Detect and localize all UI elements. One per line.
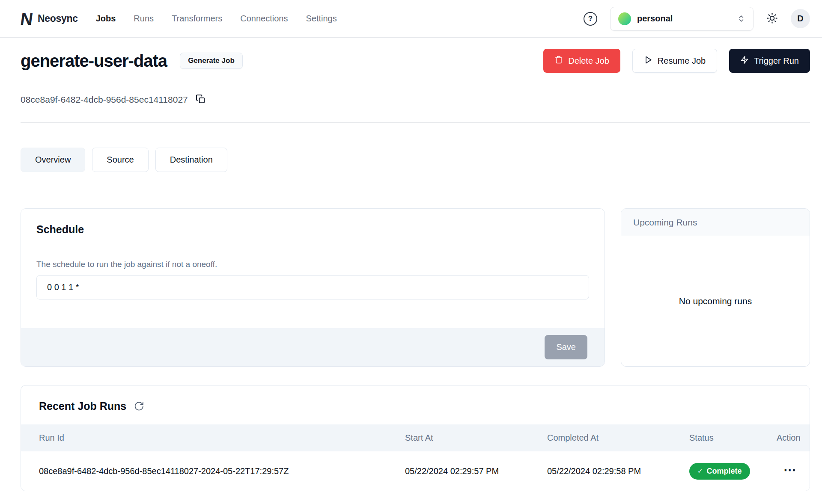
schedule-title: Schedule bbox=[36, 223, 589, 236]
help-button[interactable]: ? bbox=[584, 12, 597, 26]
nav-item-transformers[interactable]: Transformers bbox=[172, 14, 222, 24]
table-row[interactable]: 08ce8a9f-6482-4dcb-956d-85ec14118027-202… bbox=[21, 451, 810, 491]
nav-item-runs[interactable]: Runs bbox=[134, 14, 154, 24]
schedule-footer: Save bbox=[21, 328, 605, 366]
upcoming-runs-card: Upcoming Runs No upcoming runs bbox=[621, 208, 810, 367]
workspace-avatar bbox=[618, 12, 631, 25]
job-id-row: 08ce8a9f-6482-4dcb-956d-85ec14118027 bbox=[21, 94, 810, 105]
recent-runs-title-row: Recent Job Runs bbox=[21, 385, 810, 412]
check-icon: ✓ bbox=[697, 467, 703, 475]
top-nav: N Neosync Jobs Runs Transformers Connect… bbox=[0, 0, 822, 38]
main-content: generate-user-data Generate Job Delete J… bbox=[0, 38, 822, 491]
delete-job-label: Delete Job bbox=[568, 56, 609, 66]
col-start-at: Start At bbox=[405, 433, 547, 443]
delete-job-button[interactable]: Delete Job bbox=[543, 49, 620, 73]
brand[interactable]: N Neosync bbox=[21, 10, 78, 27]
schedule-description: The schedule to run the job against if n… bbox=[36, 260, 589, 269]
save-button[interactable]: Save bbox=[545, 335, 587, 359]
user-avatar[interactable]: D bbox=[791, 9, 810, 28]
nav-item-jobs[interactable]: Jobs bbox=[96, 14, 116, 24]
copy-id-button[interactable] bbox=[196, 94, 206, 105]
play-icon bbox=[644, 56, 652, 66]
tab-bar: Overview Source Destination bbox=[21, 148, 810, 172]
neosync-logo-icon: N bbox=[19, 10, 33, 27]
status-label: Complete bbox=[707, 467, 742, 476]
resume-job-button[interactable]: Resume Job bbox=[632, 49, 717, 73]
nav-item-settings[interactable]: Settings bbox=[306, 14, 337, 24]
avatar-initial: D bbox=[797, 14, 803, 24]
overview-cards: Schedule The schedule to run the job aga… bbox=[21, 208, 810, 367]
refresh-icon bbox=[134, 401, 144, 412]
copy-icon bbox=[196, 94, 206, 105]
workspace-label: personal bbox=[637, 14, 673, 24]
recent-runs-title: Recent Job Runs bbox=[39, 400, 126, 412]
trash-icon bbox=[554, 56, 563, 66]
resume-job-label: Resume Job bbox=[658, 56, 706, 66]
theme-toggle-button[interactable] bbox=[766, 12, 778, 25]
upcoming-runs-header: Upcoming Runs bbox=[621, 209, 810, 236]
job-type-badge: Generate Job bbox=[180, 53, 243, 69]
chevron-up-down-icon bbox=[737, 15, 745, 23]
page-header: generate-user-data Generate Job Delete J… bbox=[21, 49, 810, 73]
job-id: 08ce8a9f-6482-4dcb-956d-85ec14118027 bbox=[21, 95, 188, 105]
schedule-card: Schedule The schedule to run the job aga… bbox=[21, 208, 605, 367]
run-id-cell[interactable]: 08ce8a9f-6482-4dcb-956d-85ec14118027-202… bbox=[39, 466, 405, 476]
trigger-run-label: Trigger Run bbox=[754, 56, 799, 66]
lightning-icon bbox=[740, 56, 749, 66]
brand-name: Neosync bbox=[38, 13, 78, 24]
start-at-cell: 05/22/2024 02:29:57 PM bbox=[405, 466, 547, 476]
upcoming-runs-empty-message: No upcoming runs bbox=[621, 236, 810, 366]
tab-source[interactable]: Source bbox=[92, 148, 148, 172]
tab-overview[interactable]: Overview bbox=[21, 148, 85, 172]
nav-links: Jobs Runs Transformers Connections Setti… bbox=[96, 14, 337, 24]
tab-destination[interactable]: Destination bbox=[155, 148, 227, 172]
nav-item-connections[interactable]: Connections bbox=[240, 14, 288, 24]
help-icon: ? bbox=[588, 15, 593, 23]
workspace-select[interactable]: personal bbox=[610, 7, 754, 31]
nav-right: ? personal D bbox=[584, 7, 810, 31]
completed-at-cell: 05/22/2024 02:29:58 PM bbox=[547, 466, 689, 476]
schedule-body: Schedule The schedule to run the job aga… bbox=[21, 209, 605, 299]
sun-icon bbox=[766, 12, 778, 25]
header-divider bbox=[21, 122, 810, 123]
refresh-button[interactable] bbox=[134, 401, 144, 412]
trigger-run-button[interactable]: Trigger Run bbox=[729, 49, 810, 73]
page-title: generate-user-data bbox=[21, 51, 167, 71]
action-cell: ⋯ bbox=[777, 466, 797, 476]
runs-table-header: Run Id Start At Completed At Status Acti… bbox=[21, 424, 810, 451]
status-cell: ✓ Complete bbox=[689, 463, 777, 480]
status-badge[interactable]: ✓ Complete bbox=[689, 463, 750, 480]
col-status: Status bbox=[689, 433, 777, 443]
cron-schedule-input[interactable] bbox=[36, 275, 589, 299]
header-actions: Delete Job Resume Job Trigger Run bbox=[543, 49, 810, 73]
recent-job-runs-card: Recent Job Runs Run Id Start At Complete… bbox=[21, 385, 810, 491]
col-run-id: Run Id bbox=[39, 433, 405, 443]
col-completed-at: Completed At bbox=[547, 433, 689, 443]
col-action: Action bbox=[777, 433, 801, 443]
